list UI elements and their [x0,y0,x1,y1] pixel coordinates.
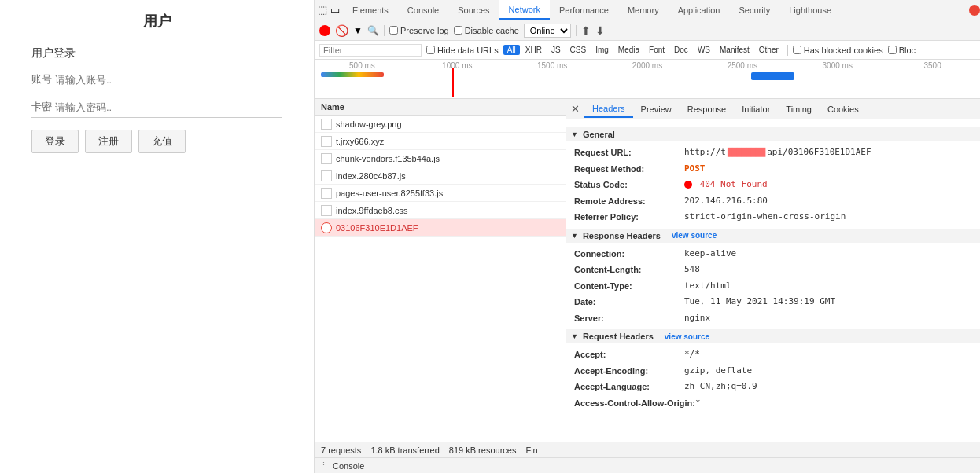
blocked-cookies-checkbox[interactable] [793,46,801,54]
username-input[interactable] [55,74,212,86]
tab-network[interactable]: Network [499,0,550,20]
tab-response[interactable]: Response [680,101,735,117]
request-method-row: Request Method: POST [574,161,972,178]
search-icon[interactable]: 🔍 [367,25,379,36]
tab-headers[interactable]: Headers [584,101,633,118]
tab-application[interactable]: Application [669,0,730,20]
file-item-index9[interactable]: index.9ffdaeb8.css [315,202,566,219]
app-title: 用户 [0,0,314,38]
status-code-value: 404 Not Found [684,178,768,192]
date-value: Tue, 11 May 2021 14:39:19 GMT [684,295,835,309]
file-item-chunk[interactable]: chunk-vendors.f135b44a.js [315,150,566,167]
details-tabs: ✕ Headers Preview Response Initiator Tim… [566,99,980,119]
inspect-icon[interactable]: ⬚ [318,4,327,16]
filter-pill-img[interactable]: Img [591,45,613,55]
tab-lighthouse[interactable]: Lighthouse [779,0,841,20]
connection-row: Connection: keep-alive [574,246,972,262]
details-close-button[interactable]: ✕ [566,103,584,115]
hide-data-urls-checkbox[interactable] [426,46,435,54]
file-item-shadow[interactable]: shadow-grey.png [315,116,566,133]
console-label[interactable]: Console [333,461,364,471]
tab-initiator[interactable]: Initiator [734,101,778,117]
file-icon [321,205,332,216]
file-icon-error [321,222,332,233]
filter-pill-media[interactable]: Media [614,45,643,55]
tab-memory[interactable]: Memory [618,0,669,20]
filter-pill-ws[interactable]: WS [694,45,714,55]
throttle-select[interactable]: Online [524,24,571,38]
filter-pill-other[interactable]: Other [755,45,783,55]
filter-pill-xhr[interactable]: XHR [521,45,546,55]
tab-performance[interactable]: Performance [550,0,618,20]
file-icon [321,153,332,164]
hide-data-urls-label[interactable]: Hide data URLs [426,46,499,55]
filter-pill-font[interactable]: Font [645,45,669,55]
accept-row: Accept: */* [574,346,972,363]
tab-security[interactable]: Security [729,0,779,20]
timeline-red-line [452,68,454,97]
file-item-tjrxy[interactable]: t.jrxy666.xyz [315,133,566,150]
login-section: 用户登录 账号 卡密 登录 注册 充值 [0,38,314,161]
devtools-top-nav: ⬚ ▭ Elements Console Sources Network Per… [315,0,980,20]
clear-button[interactable]: 🚫 [335,24,348,37]
left-panel: 用户 用户登录 账号 卡密 登录 注册 充值 [0,0,315,473]
timeline-1500ms: 1500 ms [505,61,600,70]
filter-pill-css[interactable]: CSS [566,45,591,55]
tab-console[interactable]: Console [398,0,448,20]
timeline-labels: 500 ms 1000 ms 1500 ms 2000 ms 2500 ms 3… [315,61,980,70]
recharge-button[interactable]: 充值 [138,130,186,153]
file-icon [321,119,332,130]
timeline-colored-bar [321,72,384,77]
filter-input[interactable] [319,44,422,57]
upload-icon[interactable]: ⬆ [581,24,591,37]
timeline-2500ms: 2500 ms [694,61,790,70]
filter-pill-all[interactable]: All [503,45,520,55]
bloc-checkbox[interactable] [888,46,897,54]
tab-cookies[interactable]: Cookies [820,101,867,117]
fin-label: Fin [525,446,537,455]
filter-pill-manifest[interactable]: Manifest [716,45,753,55]
disable-cache-label[interactable]: Disable cache [454,26,519,35]
response-headers-arrow: ▼ [571,232,578,240]
username-row: 账号 [31,72,282,90]
general-arrow: ▼ [571,130,578,138]
console-handle-icon[interactable]: ⋮ [319,460,328,471]
tab-timing[interactable]: Timing [778,101,820,117]
request-url-key: Request URL: [574,146,684,160]
status-dot [684,181,692,189]
tab-sources[interactable]: Sources [448,0,499,20]
file-item-03106[interactable]: 03106F310E1D1AEF [315,219,566,236]
timeline-blue-bar [751,72,794,80]
password-input[interactable] [55,101,212,113]
request-headers-view-source[interactable]: view source [665,332,709,341]
content-type-value: text/html [684,280,731,293]
blocked-cookies-label[interactable]: Has blocked cookies [793,46,883,55]
device-icon[interactable]: ▭ [330,4,340,16]
login-button[interactable]: 登录 [31,130,79,153]
tab-elements[interactable]: Elements [343,0,398,20]
download-icon[interactable]: ⬇ [595,24,605,37]
file-item-pages[interactable]: pages-user-user.8255ff33.js [315,185,566,202]
close-devtools-button[interactable] [969,5,980,16]
filter-pill-doc[interactable]: Doc [670,45,692,55]
accept-encoding-value: gzip, deflate [684,365,752,378]
disable-cache-checkbox[interactable] [454,26,462,35]
register-button[interactable]: 注册 [85,130,132,153]
status-code-row: Status Code: 404 Not Found [574,177,972,193]
referrer-policy-row: Referrer Policy: strict-origin-when-cros… [574,209,972,226]
bloc-label[interactable]: Bloc [888,46,916,55]
response-headers-title: Response Headers [583,231,661,240]
preserve-log-label[interactable]: Preserve log [389,26,449,35]
resources-size: 819 kB resources [449,446,517,455]
filter-icon[interactable]: ▼ [353,25,363,36]
file-item-index280[interactable]: index.280c4b87.js [315,167,566,185]
connection-key: Connection: [574,248,684,261]
tab-preview[interactable]: Preview [633,101,680,117]
file-list: Name shadow-grey.png t.jrxy666.xyz chunk… [315,99,566,442]
record-button[interactable] [319,25,330,36]
filter-pill-js[interactable]: JS [547,45,565,55]
content-type-key: Content-Type: [574,280,684,293]
response-headers-view-source[interactable]: view source [672,231,717,240]
connection-value: keep-alive [684,248,736,261]
preserve-log-checkbox[interactable] [389,26,398,35]
